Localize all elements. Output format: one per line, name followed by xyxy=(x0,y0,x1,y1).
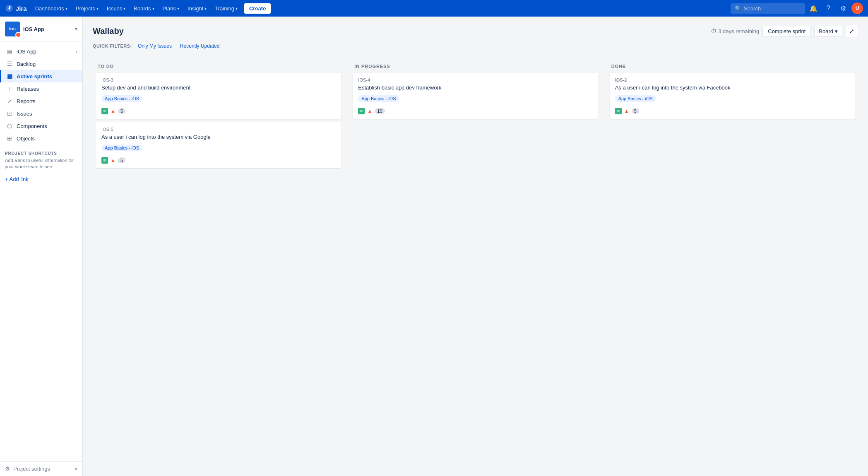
filter-recently-updated[interactable]: Recently Updated xyxy=(178,42,222,50)
nav-boards[interactable]: Boards ▾ xyxy=(130,4,157,13)
board-view-button[interactable]: Board ▾ xyxy=(814,26,842,37)
card-footer: ▲ 5 xyxy=(101,108,336,114)
sidebar-item-reports[interactable]: ↗ Reports xyxy=(0,95,82,107)
card-footer: ▲ 5 xyxy=(615,108,849,114)
story-icon xyxy=(615,108,622,114)
ios-app-chevron-icon: › xyxy=(76,49,77,54)
reports-icon: ↗ xyxy=(6,98,13,104)
card-title: Establish basic app dev framework xyxy=(358,84,592,92)
card-footer: ▲ 10 xyxy=(358,108,592,114)
sidebar-item-label: iOS App xyxy=(17,48,36,55)
column-inprogress-header: IN PROGRESS xyxy=(353,61,598,73)
top-navigation: Jira Dashboards ▾ Projects ▾ Issues ▾ Bo… xyxy=(0,0,868,17)
issues-chevron-icon: ▾ xyxy=(123,6,125,11)
sidebar: iOS iOS App ▾ ▤ iOS App › ☰ Backlog ▦ Ac… xyxy=(0,17,83,476)
nav-plans[interactable]: Plans ▾ xyxy=(159,4,183,13)
project-shortcuts-label: PROJECT SHORTCUTS xyxy=(0,145,82,157)
sidebar-item-active-sprints[interactable]: ▦ Active sprints xyxy=(0,70,82,82)
sidebar-item-issues[interactable]: ⊡ Issues xyxy=(0,107,82,120)
jira-logo[interactable]: Jira xyxy=(5,4,27,12)
card-id: IOS-2 xyxy=(615,77,849,82)
help-button[interactable]: ? xyxy=(822,2,835,15)
logo-text: Jira xyxy=(16,5,27,12)
search-input[interactable]: 🔍 Search xyxy=(731,3,805,14)
active-sprints-icon: ▦ xyxy=(6,73,13,80)
card-ios-5[interactable]: IOS-5 As a user i can log into the syste… xyxy=(96,122,341,168)
nav-training[interactable]: Training ▾ xyxy=(212,4,240,13)
card-title: Setup dev and and build environment xyxy=(101,84,336,92)
card-label: App Basics - iOS xyxy=(358,95,399,102)
card-ios-3[interactable]: IOS-3 Setup dev and and build environmen… xyxy=(96,73,341,119)
projects-chevron-icon: ▾ xyxy=(96,6,99,11)
sidebar-item-components[interactable]: ⬡ Components xyxy=(0,120,82,132)
collapse-icon: « xyxy=(75,466,77,472)
board-title: Wallaby xyxy=(93,27,711,36)
priority-icon: ▲ xyxy=(623,108,630,114)
card-id: IOS-4 xyxy=(358,77,592,82)
priority-icon: ▲ xyxy=(110,108,116,114)
dashboards-chevron-icon: ▾ xyxy=(65,6,67,11)
releases-icon: ↑ xyxy=(6,85,13,92)
nav-issues[interactable]: Issues ▾ xyxy=(103,4,129,13)
project-icon: iOS xyxy=(5,22,20,36)
create-button[interactable]: Create xyxy=(244,3,271,14)
priority-icon: ▲ xyxy=(366,108,373,114)
settings-button[interactable]: ⚙ xyxy=(837,2,850,15)
complete-sprint-button[interactable]: Complete sprint xyxy=(762,26,811,37)
main-content: Wallaby ⏱ 3 days remaining Complete spri… xyxy=(83,17,868,476)
nav-dashboards[interactable]: Dashboards ▾ xyxy=(32,4,71,13)
notifications-button[interactable]: 🔔 xyxy=(807,2,820,15)
project-settings-button[interactable]: ⚙ Project settings « xyxy=(0,461,82,476)
ios-app-icon: ▤ xyxy=(6,48,13,55)
card-points: 5 xyxy=(118,108,125,114)
card-points: 10 xyxy=(375,108,385,114)
nav-projects[interactable]: Projects ▾ xyxy=(72,4,102,13)
expand-board-button[interactable]: ⤢ xyxy=(846,25,858,37)
quick-filters: QUICK FILTERS: Only My Issues Recently U… xyxy=(93,42,858,50)
clock-icon: ⏱ xyxy=(711,28,717,34)
column-done: DONE IOS-2 As a user i can log into the … xyxy=(606,58,858,265)
sidebar-item-objects[interactable]: ⊞ Objects xyxy=(0,132,82,145)
filter-my-issues[interactable]: Only My Issues xyxy=(135,42,174,50)
backlog-icon: ☰ xyxy=(6,60,13,67)
board-view-chevron-icon: ▾ xyxy=(835,28,838,34)
card-ios-2[interactable]: IOS-2 As a user i can log into the syste… xyxy=(610,73,855,119)
card-footer: ▲ 5 xyxy=(101,157,336,164)
search-icon: 🔍 xyxy=(735,5,741,12)
issues-icon: ⊡ xyxy=(6,110,13,117)
sidebar-item-label: Objects xyxy=(17,135,35,142)
user-avatar[interactable]: U xyxy=(851,2,863,14)
project-name: iOS App xyxy=(23,26,72,32)
time-remaining: ⏱ 3 days remaining xyxy=(711,28,759,34)
priority-icon: ▲ xyxy=(110,157,116,164)
column-todo: TO DO IOS-3 Setup dev and and build envi… xyxy=(93,58,344,265)
card-points: 5 xyxy=(632,108,639,114)
nav-insight[interactable]: Insight ▾ xyxy=(184,4,210,13)
card-label: App Basics - iOS xyxy=(615,95,656,102)
card-id: IOS-3 xyxy=(101,77,336,82)
story-icon xyxy=(358,108,365,114)
story-icon xyxy=(101,108,108,114)
quick-filters-label: QUICK FILTERS: xyxy=(93,43,132,48)
expand-icon: ⤢ xyxy=(849,28,854,34)
sidebar-item-backlog[interactable]: ☰ Backlog xyxy=(0,58,82,70)
sidebar-item-label: Backlog xyxy=(17,61,36,67)
card-label: App Basics - iOS xyxy=(101,95,142,102)
sidebar-expand-icon[interactable]: ▾ xyxy=(75,26,77,32)
story-icon xyxy=(101,157,108,164)
board-actions: ⏱ 3 days remaining Complete sprint Board… xyxy=(711,25,858,37)
add-link-button[interactable]: + Add link xyxy=(0,174,82,185)
board-columns: TO DO IOS-3 Setup dev and and build envi… xyxy=(93,58,858,265)
sidebar-item-releases[interactable]: ↑ Releases xyxy=(0,82,82,95)
sidebar-item-label: Issues xyxy=(17,111,32,117)
sidebar-item-label: Releases xyxy=(17,86,39,92)
components-icon: ⬡ xyxy=(6,123,13,129)
card-label: App Basics - iOS xyxy=(101,145,142,151)
column-done-header: DONE xyxy=(610,61,855,73)
board-header: Wallaby ⏱ 3 days remaining Complete spri… xyxy=(93,25,858,37)
column-inprogress: IN PROGRESS IOS-4 Establish basic app de… xyxy=(349,58,601,265)
insight-chevron-icon: ▾ xyxy=(204,6,207,11)
sidebar-item-ios-app[interactable]: ▤ iOS App › xyxy=(0,45,82,58)
card-ios-4[interactable]: IOS-4 Establish basic app dev framework … xyxy=(353,73,598,119)
sidebar-item-label: Components xyxy=(17,123,47,129)
